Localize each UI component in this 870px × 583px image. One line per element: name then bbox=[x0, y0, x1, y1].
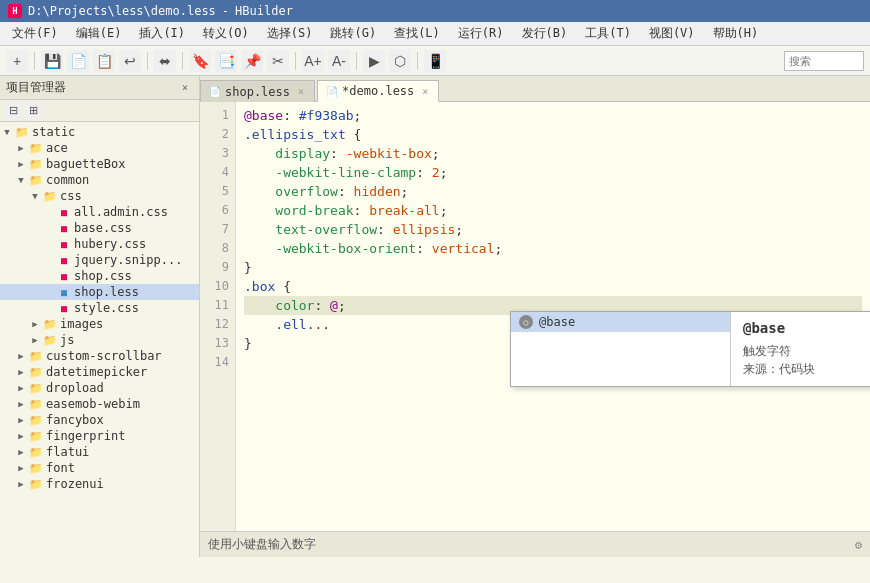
autocomplete-list: ○ @base bbox=[511, 312, 731, 386]
code-line-8: -webkit-box-orient: vertical; bbox=[244, 239, 862, 258]
tree-item-datetimepicker[interactable]: ▶📁datetimepicker bbox=[0, 364, 199, 380]
tab-close-demo-less-tab[interactable]: × bbox=[422, 86, 428, 97]
toolbar-save2-btn[interactable]: 📄 bbox=[67, 50, 89, 72]
tree-item-fancybox[interactable]: ▶📁fancybox bbox=[0, 412, 199, 428]
toolbar-paste-btn[interactable]: 📌 bbox=[241, 50, 263, 72]
css-file-icon: ■ bbox=[61, 223, 67, 234]
title-appname: HBuilder bbox=[235, 4, 293, 18]
code-token: @base bbox=[244, 106, 283, 125]
code-token: ; bbox=[354, 106, 362, 125]
tree-item-hubery-css[interactable]: ■hubery.css bbox=[0, 236, 199, 252]
toolbar-zoom-in-btn[interactable]: A+ bbox=[302, 50, 324, 72]
tree-item-images[interactable]: ▶📁images bbox=[0, 316, 199, 332]
code-token: : bbox=[338, 182, 354, 201]
line-number-5: 5 bbox=[208, 182, 229, 201]
toolbar-zoom-out-btn[interactable]: A- bbox=[328, 50, 350, 72]
toolbar-run-btn[interactable]: ▶ bbox=[363, 50, 385, 72]
line-number-1: 1 bbox=[208, 106, 229, 125]
menu-item-t[interactable]: 工具(T) bbox=[577, 23, 639, 44]
autocomplete-item[interactable]: ○ @base bbox=[511, 312, 730, 332]
ac-detail-title: @base bbox=[743, 320, 870, 336]
toolbar-build-btn[interactable]: ⬡ bbox=[389, 50, 411, 72]
tab-close-shop-less-tab[interactable]: × bbox=[298, 86, 304, 97]
tree-item-fingerprint[interactable]: ▶📁fingerprint bbox=[0, 428, 199, 444]
tab-icon-shop-less-tab: 📄 bbox=[209, 86, 221, 97]
menu-item-v[interactable]: 视图(V) bbox=[641, 23, 703, 44]
toolbar-indent-btn[interactable]: ⬌ bbox=[154, 50, 176, 72]
code-token: ; bbox=[401, 182, 409, 201]
menu-item-s[interactable]: 选择(S) bbox=[259, 23, 321, 44]
toolbar-save-btn[interactable]: 💾 bbox=[41, 50, 63, 72]
menu-item-e[interactable]: 编辑(E) bbox=[68, 23, 130, 44]
search-input[interactable] bbox=[784, 51, 864, 71]
tab-shop-less-tab[interactable]: 📄shop.less× bbox=[200, 80, 315, 102]
line-number-2: 2 bbox=[208, 125, 229, 144]
toolbar-copy-btn[interactable]: 📑 bbox=[215, 50, 237, 72]
tree-item-css[interactable]: ▼📁css bbox=[0, 188, 199, 204]
tree-label-common: common bbox=[46, 173, 89, 187]
tree-item-style-css[interactable]: ■style.css bbox=[0, 300, 199, 316]
tree-item-frozenui[interactable]: ▶📁frozenui bbox=[0, 476, 199, 492]
tree-label-base-css: base.css bbox=[74, 221, 132, 235]
code-token: : bbox=[416, 239, 432, 258]
tree-item-static[interactable]: ▼📁static bbox=[0, 124, 199, 140]
less-file-icon: ■ bbox=[61, 287, 67, 298]
code-line-6: word-break: break-all; bbox=[244, 201, 862, 220]
tree-item-custom-scrollbar[interactable]: ▶📁custom-scrollbar bbox=[0, 348, 199, 364]
editor-content[interactable]: 1234567891011121314 @base: #f938ab;.elli… bbox=[200, 102, 870, 531]
toolbar-file-btn[interactable]: 📋 bbox=[93, 50, 115, 72]
folder-icon: 📁 bbox=[29, 158, 43, 171]
tree-arrow-datetimepicker: ▶ bbox=[14, 367, 28, 377]
menu-bar: 文件(F)编辑(E)插入(I)转义(O)选择(S)跳转(G)查找(L)运行(R)… bbox=[0, 22, 870, 46]
tree-icon-baguettebox: 📁 bbox=[28, 157, 44, 171]
sidebar-close-btn[interactable]: × bbox=[177, 80, 193, 96]
tree-item-dropload[interactable]: ▶📁dropload bbox=[0, 380, 199, 396]
tree-item-shop-less[interactable]: ■shop.less bbox=[0, 284, 199, 300]
toolbar-add-btn[interactable]: + bbox=[6, 50, 28, 72]
line-number-3: 3 bbox=[208, 144, 229, 163]
menu-item-r[interactable]: 运行(R) bbox=[450, 23, 512, 44]
line-number-12: 12 bbox=[208, 315, 229, 334]
menu-item-b[interactable]: 发行(B) bbox=[514, 23, 576, 44]
menu-item-l[interactable]: 查找(L) bbox=[386, 23, 448, 44]
folder-icon: 📁 bbox=[29, 366, 43, 379]
toolbar-sep-3 bbox=[182, 52, 183, 70]
tree-item-easemob-webim[interactable]: ▶📁easemob-webim bbox=[0, 396, 199, 412]
tree-item-shop-css[interactable]: ■shop.css bbox=[0, 268, 199, 284]
tab-label-demo-less-tab: *demo.less bbox=[342, 84, 414, 98]
sidebar-expand-btn[interactable]: ⊞ bbox=[24, 102, 42, 120]
tree-item-ace[interactable]: ▶📁ace bbox=[0, 140, 199, 156]
menu-item-o[interactable]: 转义(O) bbox=[195, 23, 257, 44]
tree-item-base-css[interactable]: ■base.css bbox=[0, 220, 199, 236]
tree-item-flatui[interactable]: ▶📁flatui bbox=[0, 444, 199, 460]
autocomplete-dropdown[interactable]: ○ @base @base 触发字符 来源：代码块 bbox=[510, 311, 870, 387]
menu-item-h[interactable]: 帮助(H) bbox=[705, 23, 767, 44]
menu-item-f[interactable]: 文件(F) bbox=[4, 23, 66, 44]
tab-demo-less-tab[interactable]: 📄*demo.less× bbox=[317, 80, 439, 102]
toolbar-mark-btn[interactable]: 🔖 bbox=[189, 50, 211, 72]
tree-item-all-admin-css[interactable]: ■all.admin.css bbox=[0, 204, 199, 220]
tree-label-fancybox: fancybox bbox=[46, 413, 104, 427]
tree-label-static: static bbox=[32, 125, 75, 139]
code-token: text-overflow bbox=[244, 220, 377, 239]
code-token: : bbox=[283, 106, 299, 125]
code-token: -webkit-box bbox=[346, 144, 432, 163]
tree-arrow-fingerprint: ▶ bbox=[14, 431, 28, 441]
tree-item-jquery-snipp[interactable]: ■jquery.snipp... bbox=[0, 252, 199, 268]
tree-icon-js: 📁 bbox=[42, 333, 58, 347]
code-token: @ bbox=[330, 296, 338, 315]
menu-item-g[interactable]: 跳转(G) bbox=[322, 23, 384, 44]
tree-item-baguettebox[interactable]: ▶📁baguetteBox bbox=[0, 156, 199, 172]
toolbar-cut-btn[interactable]: ✂ bbox=[267, 50, 289, 72]
settings-gear-icon[interactable]: ⚙ bbox=[855, 538, 862, 552]
tree-arrow-frozenui: ▶ bbox=[14, 479, 28, 489]
menu-item-i[interactable]: 插入(I) bbox=[131, 23, 193, 44]
toolbar-back-btn[interactable]: ↩ bbox=[119, 50, 141, 72]
toolbar-device-btn[interactable]: 📱 bbox=[424, 50, 446, 72]
tree-item-common[interactable]: ▼📁common bbox=[0, 172, 199, 188]
code-token: 2 bbox=[432, 163, 440, 182]
tree-icon-fingerprint: 📁 bbox=[28, 429, 44, 443]
sidebar-collapse-btn[interactable]: ⊟ bbox=[4, 102, 22, 120]
tree-item-font[interactable]: ▶📁font bbox=[0, 460, 199, 476]
tree-item-js[interactable]: ▶📁js bbox=[0, 332, 199, 348]
